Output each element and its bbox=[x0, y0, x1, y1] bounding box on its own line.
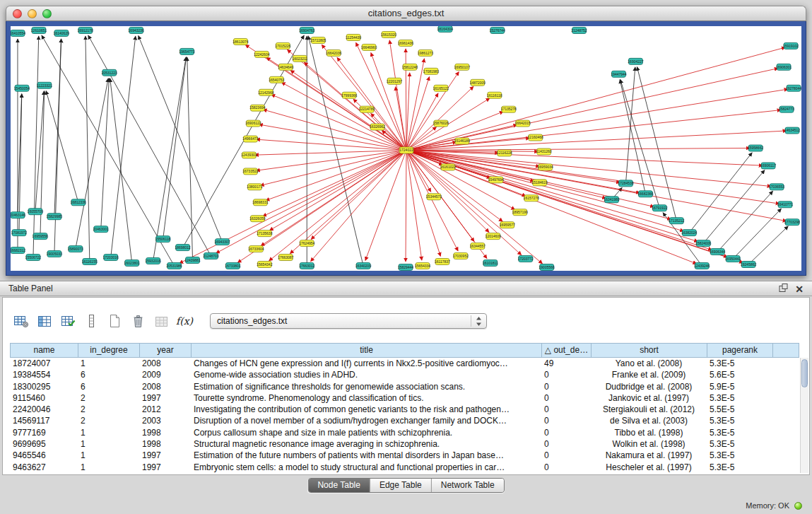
graph-node[interactable]: 20531986 bbox=[167, 263, 182, 269]
network-svg[interactable]: 1724022186130741224260417015226160232111… bbox=[11, 26, 801, 271]
show-columns-button[interactable] bbox=[35, 312, 54, 330]
graph-node[interactable]: 12116228 bbox=[497, 150, 512, 156]
graph-node[interactable]: 18698331 bbox=[252, 199, 268, 206]
graph-node[interactable]: 15146186 bbox=[454, 138, 470, 144]
graph-node[interactable]: 18957199 bbox=[512, 209, 528, 216]
graph-node[interactable]: 19654773 bbox=[179, 48, 194, 54]
graph-node[interactable]: 17135212 bbox=[669, 218, 684, 224]
table-row[interactable]: 1456911722003Disruption of a novel membe… bbox=[10, 415, 799, 426]
column-header-in_degree[interactable]: in_degree bbox=[78, 344, 140, 357]
table-row[interactable]: 977716911998Corpus callosum shape and si… bbox=[10, 427, 799, 438]
graph-node[interactable]: 15812248 bbox=[402, 64, 418, 70]
graph-node[interactable]: 18613074 bbox=[233, 38, 248, 45]
cell-year[interactable]: 1997 bbox=[139, 462, 191, 473]
import-table-button[interactable] bbox=[152, 312, 170, 330]
graph-node[interactable]: 16340209 bbox=[355, 263, 371, 269]
cell-pagerank[interactable]: 5.6E-5 bbox=[707, 369, 772, 380]
cell-name[interactable]: 19384554 bbox=[10, 369, 78, 380]
edit-table-button[interactable] bbox=[59, 312, 77, 330]
cell-short[interactable]: Jankovic et al. (1997) bbox=[591, 392, 707, 404]
graph-node[interactable]: 21248703 bbox=[203, 253, 218, 259]
hub-node[interactable]: 1724022 bbox=[399, 147, 413, 153]
graph-node[interactable]: 16642015 bbox=[515, 120, 531, 127]
table-row[interactable]: 1872400712008Changes of HCN gene express… bbox=[10, 358, 799, 369]
graph-node[interactable]: 16733522 bbox=[242, 168, 258, 175]
graph-node[interactable]: 16682366 bbox=[637, 191, 653, 197]
graph-node[interactable]: 17999366 bbox=[341, 92, 357, 98]
graph-node[interactable]: 16023801 bbox=[124, 260, 140, 267]
table-row[interactable]: 2242004622012Investigating the contribut… bbox=[10, 404, 799, 415]
cell-out_degree[interactable]: 0 bbox=[541, 427, 591, 438]
tab-node-table[interactable]: Node Table bbox=[308, 479, 370, 492]
cell-title[interactable]: Investigating the contribution of common… bbox=[191, 404, 541, 415]
cell-year[interactable]: 2008 bbox=[139, 358, 191, 369]
cell-short[interactable]: Stergiakouli et al. (2012) bbox=[591, 404, 707, 415]
graph-node[interactable]: 16117837 bbox=[435, 259, 450, 265]
cell-in_degree[interactable]: 2 bbox=[78, 392, 139, 404]
graph-node[interactable]: 17663012 bbox=[299, 263, 314, 269]
graph-node[interactable]: 15824006 bbox=[695, 240, 711, 247]
network-canvas[interactable]: 1724022186130741224260417015226160232111… bbox=[11, 26, 801, 271]
cell-short[interactable]: Wolkin et al. (1998) bbox=[591, 438, 707, 450]
graph-node[interactable]: 17203016 bbox=[103, 255, 119, 261]
graph-node[interactable]: 17284538 bbox=[618, 180, 633, 187]
graph-node[interactable]: 19005566 bbox=[539, 264, 555, 271]
graph-node[interactable]: 18164304 bbox=[437, 26, 453, 32]
cell-title[interactable]: Estimation of significance thresholds fo… bbox=[191, 381, 541, 392]
graph-node[interactable]: 17135278 bbox=[501, 106, 517, 112]
graph-node[interactable]: 16646960 bbox=[361, 44, 377, 50]
scrollbar-thumb[interactable] bbox=[801, 359, 808, 387]
column-header-name[interactable]: name bbox=[11, 344, 78, 357]
cell-short[interactable]: Yano et al. (2008) bbox=[591, 358, 707, 369]
graph-node[interactable]: 15344573 bbox=[426, 194, 442, 200]
graph-node[interactable]: 12610651 bbox=[31, 27, 47, 33]
column-header-out_degree[interactable]: △ out_de… bbox=[542, 344, 592, 357]
cell-in_degree[interactable]: 6 bbox=[78, 369, 139, 380]
graph-node[interactable]: 16540753 bbox=[269, 76, 284, 83]
graph-node[interactable]: 15506118 bbox=[155, 236, 171, 243]
cell-short[interactable]: Tibbo et al. (1998) bbox=[591, 427, 707, 438]
graph-node[interactable]: 16410771 bbox=[777, 201, 793, 208]
memory-indicator-icon[interactable] bbox=[794, 502, 802, 510]
graph-node[interactable]: 18698012 bbox=[175, 245, 191, 251]
graph-node[interactable]: 16943307 bbox=[214, 239, 230, 245]
cell-year[interactable]: 1998 bbox=[139, 427, 191, 438]
graph-node[interactable]: 16382024 bbox=[681, 230, 697, 236]
cell-pagerank[interactable]: 5.3E-5 bbox=[707, 358, 772, 369]
table-row[interactable]: 946362711997Embryonic stem cells: a mode… bbox=[10, 462, 799, 473]
graph-node[interactable]: 16101811 bbox=[483, 260, 498, 267]
graph-node[interactable]: 16055709 bbox=[28, 209, 43, 215]
column-header-pagerank[interactable]: pagerank bbox=[707, 344, 773, 357]
graph-node[interactable]: 12439881 bbox=[184, 257, 200, 264]
cell-out_degree[interactable]: 0 bbox=[541, 462, 591, 473]
window-titlebar[interactable]: citations_edges.txt bbox=[6, 6, 806, 21]
graph-node[interactable]: 16410554 bbox=[11, 30, 25, 36]
graph-node[interactable]: 16733604 bbox=[248, 246, 264, 252]
graph-node[interactable]: 17081972 bbox=[11, 230, 27, 236]
graph-node[interactable]: 16906344 bbox=[710, 249, 725, 255]
graph-node[interactable]: 16812336 bbox=[71, 199, 86, 206]
graph-node[interactable]: 12214789 bbox=[359, 106, 375, 112]
graph-node[interactable]: 16023211 bbox=[292, 55, 307, 62]
cell-pagerank[interactable]: 5.3E-5 bbox=[707, 450, 772, 461]
graph-node[interactable]: 15932016 bbox=[146, 258, 161, 264]
graph-node[interactable]: 15184619 bbox=[532, 180, 548, 186]
graph-node[interactable]: 15829444 bbox=[398, 264, 413, 271]
graph-node[interactable]: 16943236 bbox=[129, 27, 144, 33]
cell-title[interactable]: Corpus callosum shape and size in male p… bbox=[191, 427, 541, 438]
graph-node[interactable]: 15823694 bbox=[249, 105, 265, 111]
cell-in_degree[interactable]: 6 bbox=[78, 381, 139, 392]
table-scrollbar[interactable] bbox=[800, 358, 808, 473]
graph-node[interactable]: 12439301 bbox=[241, 152, 257, 158]
cell-name[interactable]: 9115460 bbox=[10, 392, 78, 404]
table-row[interactable]: 946554611997Estimation of the future num… bbox=[10, 450, 799, 461]
tab-network-table[interactable]: Network Table bbox=[431, 479, 504, 492]
graph-node[interactable]: 15615320 bbox=[381, 31, 396, 37]
cell-name[interactable]: 9465546 bbox=[10, 450, 78, 461]
graph-node[interactable]: 16165122 bbox=[433, 85, 449, 91]
cell-name[interactable]: 14569117 bbox=[10, 415, 78, 426]
graph-node[interactable]: 16682312 bbox=[11, 247, 25, 254]
graph-node[interactable]: 17663087 bbox=[278, 255, 293, 261]
close-panel-icon[interactable]: ✕ bbox=[795, 281, 804, 297]
cell-in_degree[interactable]: 2 bbox=[78, 415, 139, 426]
